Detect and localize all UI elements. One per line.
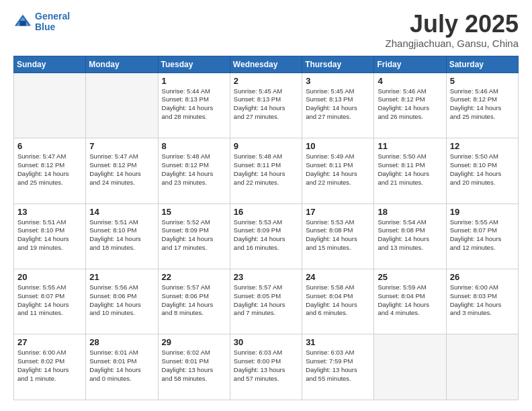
weekday-header-thursday: Thursday — [302, 56, 374, 73]
calendar-table: SundayMondayTuesdayWednesdayThursdayFrid… — [13, 56, 519, 400]
cell-content: Sunrise: 6:03 AMSunset: 7:59 PMDaylight:… — [306, 349, 370, 383]
calendar-cell: 7Sunrise: 5:47 AMSunset: 8:12 PMDaylight… — [86, 138, 158, 203]
calendar-week-1: 1Sunrise: 5:44 AMSunset: 8:13 PMDaylight… — [14, 73, 519, 138]
day-number: 3 — [306, 76, 370, 86]
calendar-cell: 23Sunrise: 5:57 AMSunset: 8:05 PMDayligh… — [230, 269, 302, 334]
day-number: 28 — [89, 337, 154, 347]
cell-content: Sunrise: 5:57 AMSunset: 8:06 PMDaylight:… — [162, 283, 226, 318]
calendar-week-3: 13Sunrise: 5:51 AMSunset: 8:10 PMDayligh… — [14, 203, 519, 269]
calendar-cell: 1Sunrise: 5:44 AMSunset: 8:13 PMDaylight… — [158, 73, 230, 138]
calendar-cell: 26Sunrise: 6:00 AMSunset: 8:03 PMDayligh… — [446, 269, 518, 334]
day-number: 11 — [378, 141, 442, 151]
calendar-cell — [374, 334, 446, 400]
weekday-header-saturday: Saturday — [446, 56, 518, 73]
weekday-header-monday: Monday — [86, 56, 158, 73]
cell-content: Sunrise: 5:55 AMSunset: 8:07 PMDaylight:… — [17, 283, 82, 318]
weekday-header-wednesday: Wednesday — [230, 56, 302, 73]
calendar-cell: 25Sunrise: 5:59 AMSunset: 8:04 PMDayligh… — [374, 269, 446, 334]
title-block: July 2025 Zhangjiachuan, Gansu, China — [386, 11, 519, 49]
calendar-cell: 11Sunrise: 5:50 AMSunset: 8:11 PMDayligh… — [374, 138, 446, 203]
cell-content: Sunrise: 6:03 AMSunset: 8:00 PMDaylight:… — [234, 349, 298, 383]
day-number: 7 — [89, 141, 154, 151]
day-number: 8 — [162, 141, 226, 151]
calendar-cell: 20Sunrise: 5:55 AMSunset: 8:07 PMDayligh… — [14, 269, 86, 334]
calendar-cell: 30Sunrise: 6:03 AMSunset: 8:00 PMDayligh… — [230, 334, 302, 400]
day-number: 13 — [17, 207, 82, 217]
calendar-cell: 28Sunrise: 6:01 AMSunset: 8:01 PMDayligh… — [86, 334, 158, 400]
cell-content: Sunrise: 5:48 AMSunset: 8:12 PMDaylight:… — [162, 152, 226, 187]
weekday-header-sunday: Sunday — [14, 56, 86, 73]
weekday-header-friday: Friday — [374, 56, 446, 73]
calendar-cell: 3Sunrise: 5:45 AMSunset: 8:13 PMDaylight… — [302, 73, 374, 138]
calendar-cell: 4Sunrise: 5:46 AMSunset: 8:12 PMDaylight… — [374, 73, 446, 138]
month-title: July 2025 — [386, 11, 519, 38]
calendar-cell: 14Sunrise: 5:51 AMSunset: 8:10 PMDayligh… — [86, 203, 158, 269]
calendar-cell: 24Sunrise: 5:58 AMSunset: 8:04 PMDayligh… — [302, 269, 374, 334]
day-number: 20 — [17, 272, 82, 282]
svg-rect-2 — [19, 21, 26, 26]
calendar-cell: 15Sunrise: 5:52 AMSunset: 8:09 PMDayligh… — [158, 203, 230, 269]
cell-content: Sunrise: 5:51 AMSunset: 8:10 PMDaylight:… — [89, 218, 154, 253]
day-number: 15 — [162, 207, 226, 217]
cell-content: Sunrise: 6:00 AMSunset: 8:03 PMDaylight:… — [450, 283, 515, 318]
calendar-cell: 6Sunrise: 5:47 AMSunset: 8:12 PMDaylight… — [14, 138, 86, 203]
calendar-cell: 9Sunrise: 5:48 AMSunset: 8:11 PMDaylight… — [230, 138, 302, 203]
header: General Blue July 2025 Zhangjiachuan, Ga… — [13, 11, 519, 49]
day-number: 24 — [306, 272, 370, 282]
logo-text: General Blue — [35, 11, 70, 32]
cell-content: Sunrise: 5:55 AMSunset: 8:07 PMDaylight:… — [450, 218, 515, 253]
day-number: 6 — [17, 141, 82, 151]
calendar-cell — [446, 334, 518, 400]
calendar-cell: 21Sunrise: 5:56 AMSunset: 8:06 PMDayligh… — [86, 269, 158, 334]
page: General Blue July 2025 Zhangjiachuan, Ga… — [0, 0, 532, 411]
calendar-cell: 10Sunrise: 5:49 AMSunset: 8:11 PMDayligh… — [302, 138, 374, 203]
day-number: 17 — [306, 207, 370, 217]
day-number: 12 — [450, 141, 515, 151]
day-number: 29 — [162, 337, 226, 347]
cell-content: Sunrise: 5:53 AMSunset: 8:09 PMDaylight:… — [234, 218, 298, 253]
calendar-cell: 5Sunrise: 5:46 AMSunset: 8:12 PMDaylight… — [446, 73, 518, 138]
calendar-cell: 31Sunrise: 6:03 AMSunset: 7:59 PMDayligh… — [302, 334, 374, 400]
day-number: 14 — [89, 207, 154, 217]
day-number: 30 — [234, 337, 298, 347]
cell-content: Sunrise: 5:56 AMSunset: 8:06 PMDaylight:… — [89, 283, 154, 318]
weekday-header-row: SundayMondayTuesdayWednesdayThursdayFrid… — [14, 56, 519, 73]
cell-content: Sunrise: 5:51 AMSunset: 8:10 PMDaylight:… — [17, 218, 82, 253]
cell-content: Sunrise: 6:02 AMSunset: 8:01 PMDaylight:… — [162, 349, 226, 383]
cell-content: Sunrise: 5:48 AMSunset: 8:11 PMDaylight:… — [234, 152, 298, 187]
cell-content: Sunrise: 5:50 AMSunset: 8:10 PMDaylight:… — [450, 152, 515, 187]
logo: General Blue — [13, 11, 70, 32]
cell-content: Sunrise: 5:45 AMSunset: 8:13 PMDaylight:… — [234, 87, 298, 122]
calendar-cell: 22Sunrise: 5:57 AMSunset: 8:06 PMDayligh… — [158, 269, 230, 334]
calendar-cell: 18Sunrise: 5:54 AMSunset: 8:08 PMDayligh… — [374, 203, 446, 269]
cell-content: Sunrise: 5:47 AMSunset: 8:12 PMDaylight:… — [89, 152, 154, 187]
day-number: 27 — [17, 337, 82, 347]
cell-content: Sunrise: 6:01 AMSunset: 8:01 PMDaylight:… — [89, 349, 154, 383]
day-number: 31 — [306, 337, 370, 347]
day-number: 16 — [234, 207, 298, 217]
cell-content: Sunrise: 5:44 AMSunset: 8:13 PMDaylight:… — [162, 87, 226, 122]
day-number: 23 — [234, 272, 298, 282]
day-number: 18 — [378, 207, 442, 217]
cell-content: Sunrise: 5:47 AMSunset: 8:12 PMDaylight:… — [17, 152, 82, 187]
calendar-week-4: 20Sunrise: 5:55 AMSunset: 8:07 PMDayligh… — [14, 269, 519, 334]
calendar-cell — [14, 73, 86, 138]
cell-content: Sunrise: 5:59 AMSunset: 8:04 PMDaylight:… — [378, 283, 442, 318]
cell-content: Sunrise: 5:49 AMSunset: 8:11 PMDaylight:… — [306, 152, 370, 187]
day-number: 9 — [234, 141, 298, 151]
cell-content: Sunrise: 5:46 AMSunset: 8:12 PMDaylight:… — [450, 87, 515, 122]
day-number: 4 — [378, 76, 442, 86]
logo-icon — [13, 12, 32, 31]
calendar-cell: 19Sunrise: 5:55 AMSunset: 8:07 PMDayligh… — [446, 203, 518, 269]
calendar-cell — [86, 73, 158, 138]
cell-content: Sunrise: 5:58 AMSunset: 8:04 PMDaylight:… — [306, 283, 370, 318]
weekday-header-tuesday: Tuesday — [158, 56, 230, 73]
day-number: 2 — [234, 76, 298, 86]
cell-content: Sunrise: 5:54 AMSunset: 8:08 PMDaylight:… — [378, 218, 442, 253]
cell-content: Sunrise: 5:52 AMSunset: 8:09 PMDaylight:… — [162, 218, 226, 253]
cell-content: Sunrise: 6:00 AMSunset: 8:02 PMDaylight:… — [17, 349, 82, 383]
calendar-cell: 2Sunrise: 5:45 AMSunset: 8:13 PMDaylight… — [230, 73, 302, 138]
calendar-cell: 16Sunrise: 5:53 AMSunset: 8:09 PMDayligh… — [230, 203, 302, 269]
day-number: 5 — [450, 76, 515, 86]
day-number: 19 — [450, 207, 515, 217]
